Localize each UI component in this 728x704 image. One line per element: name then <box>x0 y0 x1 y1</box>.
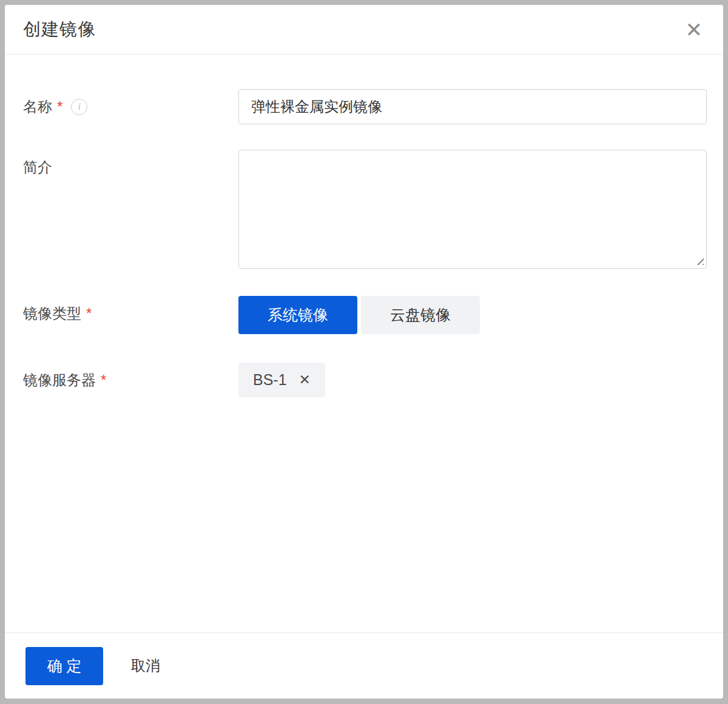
dialog-body: 名称 * i 简介 镜像类型 <box>5 55 723 632</box>
name-control <box>238 89 707 124</box>
required-asterisk: * <box>86 305 92 322</box>
dialog-header: 创建镜像 ✕ <box>5 5 723 55</box>
cancel-button[interactable]: 取消 <box>131 656 160 676</box>
form-row-name: 名称 * i <box>23 89 707 124</box>
form-row-description: 简介 <box>23 150 707 269</box>
server-tag: BS-1 ✕ <box>238 363 325 397</box>
info-icon[interactable]: i <box>71 99 87 115</box>
name-label: 名称 * i <box>23 89 238 124</box>
form-row-image-type: 镜像类型 * 系统镜像 云盘镜像 <box>23 296 707 334</box>
close-icon[interactable]: ✕ <box>682 17 707 42</box>
description-label: 简介 <box>23 150 238 185</box>
dialog-title: 创建镜像 <box>23 18 96 42</box>
image-server-label-text: 镜像服务器 <box>23 370 96 390</box>
server-tag-label: BS-1 <box>253 371 287 389</box>
image-type-toggle-group: 系统镜像 云盘镜像 <box>238 296 707 334</box>
image-server-label: 镜像服务器 * <box>23 363 238 398</box>
name-input[interactable] <box>238 89 707 124</box>
dialog-footer: 确 定 取消 <box>5 632 723 699</box>
modal-frame: 创建镜像 ✕ 名称 * i 简介 <box>0 0 728 704</box>
description-textarea[interactable] <box>238 150 707 269</box>
description-label-text: 简介 <box>23 158 52 177</box>
description-control <box>238 150 707 269</box>
image-type-option-clouddisk[interactable]: 云盘镜像 <box>361 296 480 334</box>
image-type-control: 系统镜像 云盘镜像 <box>238 296 707 334</box>
image-type-label: 镜像类型 * <box>23 296 238 331</box>
image-type-label-text: 镜像类型 <box>23 304 81 323</box>
create-image-dialog: 创建镜像 ✕ 名称 * i 简介 <box>5 5 723 699</box>
name-label-text: 名称 <box>23 97 52 116</box>
tag-remove-icon[interactable]: ✕ <box>299 373 311 387</box>
required-asterisk: * <box>57 98 62 115</box>
image-type-option-system[interactable]: 系统镜像 <box>238 296 357 334</box>
required-asterisk: * <box>101 372 106 389</box>
form-row-image-server: 镜像服务器 * BS-1 ✕ <box>23 363 707 398</box>
image-server-control: BS-1 ✕ <box>238 363 707 397</box>
confirm-button[interactable]: 确 定 <box>25 647 103 685</box>
